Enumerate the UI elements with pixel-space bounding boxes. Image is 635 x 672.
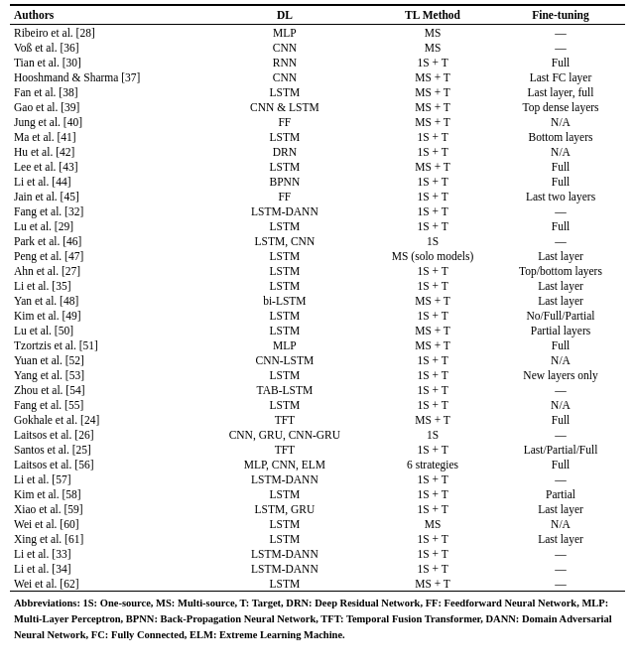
table-cell-35-2: 1S + T — [369, 546, 496, 561]
table-cell-1-0: Voß et al. [36] — [10, 40, 200, 55]
table-cell-11-0: Jain et al. [45] — [10, 189, 200, 203]
table-cell-19-3: No/Full/Partial — [496, 308, 625, 323]
table-cell-16-1: LSTM — [200, 263, 369, 278]
table-row: Li et al. [34]LSTM-DANN1S + T— — [10, 561, 625, 576]
table-cell-4-3: Last layer, full — [496, 84, 625, 99]
table-row: Tian et al. [30]RNN1S + TFull — [10, 55, 625, 69]
table-cell-1-2: MS — [369, 40, 496, 55]
table-cell-37-0: Wei et al. [62] — [10, 576, 200, 592]
table-cell-3-3: Last FC layer — [496, 69, 625, 84]
table-row: Kim et al. [49]LSTM1S + TNo/Full/Partial — [10, 308, 625, 323]
table-cell-22-1: CNN-LSTM — [200, 352, 369, 367]
table-row: Ma et al. [41]LSTM1S + TBottom layers — [10, 129, 625, 144]
table-cell-25-3: N/A — [496, 397, 625, 412]
table-cell-5-3: Top dense layers — [496, 99, 625, 114]
table-cell-4-2: MS + T — [369, 84, 496, 99]
table-row: Zhou et al. [54]TAB-LSTM1S + T— — [10, 382, 625, 397]
table-cell-25-1: LSTM — [200, 397, 369, 412]
table-cell-21-3: Full — [496, 337, 625, 352]
table-cell-31-2: 1S + T — [369, 486, 496, 501]
table-row: Hooshmand & Sharma [37]CNNMS + TLast FC … — [10, 69, 625, 84]
table-cell-19-0: Kim et al. [49] — [10, 308, 200, 323]
table-cell-28-2: 1S + T — [369, 442, 496, 457]
abbrev-text: 1S: One-source, MS: Multi-source, T: Tar… — [14, 598, 612, 640]
table-cell-18-0: Yan et al. [48] — [10, 293, 200, 308]
table-row: Tzortzis et al. [51]MLPMS + TFull — [10, 337, 625, 352]
table-cell-2-2: 1S + T — [369, 55, 496, 69]
table-cell-24-0: Zhou et al. [54] — [10, 382, 200, 397]
table-cell-24-2: 1S + T — [369, 382, 496, 397]
table-cell-27-1: CNN, GRU, CNN-GRU — [200, 427, 369, 442]
col-header-tl: TL Method — [369, 5, 496, 25]
table-cell-35-0: Li et al. [33] — [10, 546, 200, 561]
col-header-ft: Fine-tuning — [496, 5, 625, 25]
table-cell-16-2: 1S + T — [369, 263, 496, 278]
table-cell-15-0: Peng et al. [47] — [10, 248, 200, 263]
main-table: Authors DL TL Method Fine-tuning Ribeiro… — [10, 4, 625, 592]
table-cell-19-2: 1S + T — [369, 308, 496, 323]
table-cell-34-0: Xing et al. [61] — [10, 531, 200, 546]
table-cell-6-2: MS + T — [369, 114, 496, 129]
table-cell-31-0: Kim et al. [58] — [10, 486, 200, 501]
table-cell-14-1: LSTM, CNN — [200, 233, 369, 248]
table-cell-23-0: Yang et al. [53] — [10, 367, 200, 382]
table-cell-7-0: Ma et al. [41] — [10, 129, 200, 144]
table-row: Fan et al. [38]LSTMMS + TLast layer, ful… — [10, 84, 625, 99]
table-cell-22-0: Yuan et al. [52] — [10, 352, 200, 367]
table-cell-2-0: Tian et al. [30] — [10, 55, 200, 69]
table-cell-12-3: — — [496, 203, 625, 218]
table-cell-29-1: MLP, CNN, ELM — [200, 457, 369, 471]
table-row: Lu et al. [50]LSTMMS + TPartial layers — [10, 323, 625, 337]
table-cell-2-1: RNN — [200, 55, 369, 69]
table-cell-6-3: N/A — [496, 114, 625, 129]
table-row: Voß et al. [36]CNNMS— — [10, 40, 625, 55]
table-cell-15-3: Last layer — [496, 248, 625, 263]
table-cell-4-1: LSTM — [200, 84, 369, 99]
table-cell-5-0: Gao et al. [39] — [10, 99, 200, 114]
table-row: Yang et al. [53]LSTM1S + TNew layers onl… — [10, 367, 625, 382]
table-cell-7-2: 1S + T — [369, 129, 496, 144]
table-cell-20-2: MS + T — [369, 323, 496, 337]
table-cell-27-0: Laitsos et al. [26] — [10, 427, 200, 442]
table-row: Yuan et al. [52]CNN-LSTM1S + TN/A — [10, 352, 625, 367]
table-cell-13-3: Full — [496, 218, 625, 233]
table-cell-21-0: Tzortzis et al. [51] — [10, 337, 200, 352]
table-cell-20-1: LSTM — [200, 323, 369, 337]
table-cell-37-1: LSTM — [200, 576, 369, 592]
table-cell-34-3: Last layer — [496, 531, 625, 546]
table-cell-26-3: Full — [496, 412, 625, 427]
abbrev-label: Abbreviations: — [14, 598, 80, 608]
table-cell-20-0: Lu et al. [50] — [10, 323, 200, 337]
table-cell-25-2: 1S + T — [369, 397, 496, 412]
table-row: Laitsos et al. [26]CNN, GRU, CNN-GRU1S— — [10, 427, 625, 442]
table-row: Li et al. [35]LSTM1S + TLast layer — [10, 278, 625, 293]
table-cell-33-0: Wei et al. [60] — [10, 516, 200, 531]
table-row: Jung et al. [40]FFMS + TN/A — [10, 114, 625, 129]
table-cell-33-2: MS — [369, 516, 496, 531]
table-cell-5-1: CNN & LSTM — [200, 99, 369, 114]
table-cell-15-1: LSTM — [200, 248, 369, 263]
table-cell-30-2: 1S + T — [369, 471, 496, 486]
table-row: Gao et al. [39]CNN & LSTMMS + TTop dense… — [10, 99, 625, 114]
table-cell-35-1: LSTM-DANN — [200, 546, 369, 561]
table-cell-10-2: 1S + T — [369, 174, 496, 189]
table-cell-2-3: Full — [496, 55, 625, 69]
table-cell-26-1: TFT — [200, 412, 369, 427]
table-cell-16-0: Ahn et al. [27] — [10, 263, 200, 278]
table-cell-9-2: MS + T — [369, 159, 496, 174]
table-cell-3-2: MS + T — [369, 69, 496, 84]
table-cell-16-3: Top/bottom layers — [496, 263, 625, 278]
table-cell-23-1: LSTM — [200, 367, 369, 382]
table-cell-22-3: N/A — [496, 352, 625, 367]
table-cell-28-1: TFT — [200, 442, 369, 457]
table-cell-10-3: Full — [496, 174, 625, 189]
table-row: Wei et al. [62]LSTMMS + T— — [10, 576, 625, 592]
table-cell-28-3: Last/Partial/Full — [496, 442, 625, 457]
table-cell-18-3: Last layer — [496, 293, 625, 308]
table-cell-37-3: — — [496, 576, 625, 592]
table-row: Fang et al. [55]LSTM1S + TN/A — [10, 397, 625, 412]
table-cell-24-1: TAB-LSTM — [200, 382, 369, 397]
table-cell-11-1: FF — [200, 189, 369, 203]
table-cell-30-3: — — [496, 471, 625, 486]
table-cell-27-2: 1S — [369, 427, 496, 442]
